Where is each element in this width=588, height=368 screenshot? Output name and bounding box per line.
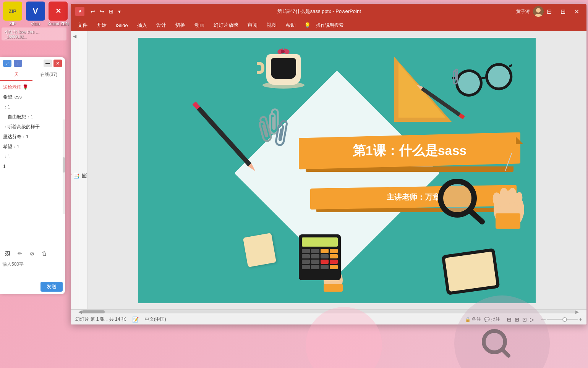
chat-msg-6-label: 里达芬奇： [3, 134, 26, 139]
svg-point-8 [484, 62, 513, 91]
chat-msg-2-value: less [13, 94, 21, 100]
redo-button[interactable]: ↪ [98, 8, 106, 15]
chat-msg-3: ：1 [3, 103, 62, 110]
menu-file[interactable]: 文件 [74, 20, 91, 30]
chat-msg-6: 里达芬奇：1 [3, 133, 62, 140]
zoom-plus[interactable]: + [579, 317, 582, 322]
chat-send-row: 发送 [2, 282, 63, 292]
slide-panel-label: 🖼 📑 📝 [79, 31, 87, 309]
calc-key-red [330, 260, 338, 264]
user-avatar [533, 6, 544, 17]
calc-key [311, 249, 319, 253]
panel-arrow-icon: ◀ [73, 34, 76, 39]
chat-upload-button[interactable]: ↑ [14, 60, 22, 67]
window-maximize-button[interactable]: ⊞ [557, 6, 568, 17]
chat-trash-button[interactable]: 🗑 [40, 249, 49, 258]
slide-canvas-area: 第1课：什么是sass 主讲老师：万章 [87, 31, 586, 309]
calc-key [302, 254, 310, 258]
calc-key [321, 254, 329, 258]
chat-input-field[interactable] [2, 261, 63, 280]
calc-key [302, 265, 310, 269]
chat-top-controls: ⇌ ↑ — ✕ [0, 57, 65, 69]
undo-button[interactable]: ↩ [89, 8, 97, 15]
chat-minimize-button[interactable]: — [44, 60, 52, 67]
chat-tab-all[interactable]: 天 [0, 69, 32, 81]
sticky-pad [243, 233, 276, 267]
chat-msg-7-label: 希望： [3, 144, 17, 149]
calc-key [302, 249, 310, 253]
menu-home[interactable]: 开始 [93, 20, 110, 30]
chat-image-button[interactable]: 🖼 [3, 249, 12, 258]
svg-line-23 [502, 350, 509, 356]
zoom-control: — + [541, 317, 582, 322]
calc-key-orange [321, 249, 329, 253]
ppt-window: P ↩ ↪ ⊞ ▾ 第1课^7什么是sass.pptx - PowerPoint… [71, 4, 586, 324]
menu-design[interactable]: 设计 [152, 20, 170, 30]
scroll-thumb[interactable] [82, 310, 105, 313]
chat-msg-1-name: 送给老师 🌹 [3, 84, 28, 90]
menu-insert[interactable]: 插入 [133, 20, 151, 30]
desktop-icon-xmind[interactable]: ✕ Xmind ZEN [47, 2, 69, 26]
customize-button[interactable]: ▾ [117, 8, 122, 15]
desktop-icons-row: ZIP ZIP V Visio ✕ Xmind ZEN [0, 0, 71, 27]
chat-send-button[interactable]: 发送 [40, 282, 63, 292]
chat-close-button[interactable]: ✕ [53, 60, 62, 67]
ppt-app-icon: P [75, 7, 84, 16]
chat-scroll-thumb [63, 157, 65, 173]
visio-icon: V [26, 2, 45, 21]
slide-main[interactable]: 第1课：什么是sass 主讲老师：万章 [138, 38, 536, 303]
menu-islide[interactable]: iSlide [112, 21, 132, 30]
desktop-icon-zip[interactable]: ZIP ZIP [2, 2, 24, 26]
menu-slideshow[interactable]: 幻灯片放映 [210, 20, 242, 30]
calc-key-red [321, 260, 329, 264]
zip-icon: ZIP [3, 2, 22, 21]
present-button[interactable]: ⊞ [107, 8, 115, 15]
ppt-user-area: 黄子涛 [516, 6, 544, 17]
chat-msg-4: —自由畅想：1 [3, 113, 62, 120]
xmind-icon: ✕ [49, 2, 68, 21]
paperclips-group [251, 105, 297, 152]
chat-share-button[interactable]: ⇌ [3, 60, 11, 67]
chat-msg-5-label: ：听着高级的样子 [3, 124, 40, 129]
slide-area: ◀ 🖼 📑 📝 [71, 31, 586, 309]
chat-block-button[interactable]: ⊘ [28, 249, 37, 258]
zoom-thumb [562, 317, 567, 322]
calculator-body [299, 234, 341, 280]
chat-edit-button[interactable]: ✏ [15, 249, 24, 258]
chat-tab-bar: 天 在线(37) [0, 69, 65, 81]
window-minimize-button[interactable]: ⊟ [544, 6, 554, 17]
desktop-icon-visio[interactable]: V Visio [24, 2, 47, 26]
menu-help[interactable]: 帮助 [282, 20, 300, 30]
chat-msg-4-value: 1 [31, 114, 33, 119]
chat-msg-4-label: —自由畅想： [3, 114, 31, 119]
chat-scrollbar[interactable] [63, 119, 65, 214]
visio-label: Visio [31, 21, 40, 26]
menu-animation[interactable]: 动画 [191, 20, 208, 30]
zoom-slider[interactable] [547, 319, 578, 320]
slide-main-title: 第1课：什么是sass [308, 142, 511, 160]
paperclips-svg [251, 105, 297, 150]
window-close-button[interactable]: ✕ [571, 6, 582, 17]
xmind-label: Xmind ZEN [47, 21, 69, 26]
chat-msg-3-label: ： [3, 104, 8, 110]
svg-line-9 [481, 77, 487, 78]
svg-point-1 [536, 8, 541, 13]
bottom-magnifier-svg [481, 328, 512, 359]
calc-keypad [302, 249, 338, 269]
window-controls: ⊟ ⊞ ✕ [544, 6, 582, 17]
chat-msg-8-label: ： [3, 154, 8, 159]
calculator-group [299, 234, 341, 280]
taskbar-item[interactable]: 小红书 love tree ... _18888192... [2, 27, 66, 40]
menu-review[interactable]: 审阅 [244, 20, 261, 30]
chat-msg-2: 希望:less [3, 94, 62, 100]
menu-view[interactable]: 视图 [263, 20, 280, 30]
chat-tab-online[interactable]: 在线(37) [32, 69, 65, 81]
menu-search[interactable]: 操作说明搜索 [312, 21, 347, 30]
chat-msg-2-label: 希望: [3, 94, 13, 100]
calc-key [321, 265, 329, 269]
ruler-svg [387, 53, 452, 129]
chat-content: 送给老师 🌹 希望:less ：1 —自由畅想：1 ：听着高级的样子 里达芬奇：… [0, 81, 65, 245]
slide-panel-toggle[interactable]: ◀ [71, 31, 79, 309]
chat-msg-8: ：1 [3, 153, 62, 160]
menu-transition[interactable]: 切换 [172, 20, 189, 30]
